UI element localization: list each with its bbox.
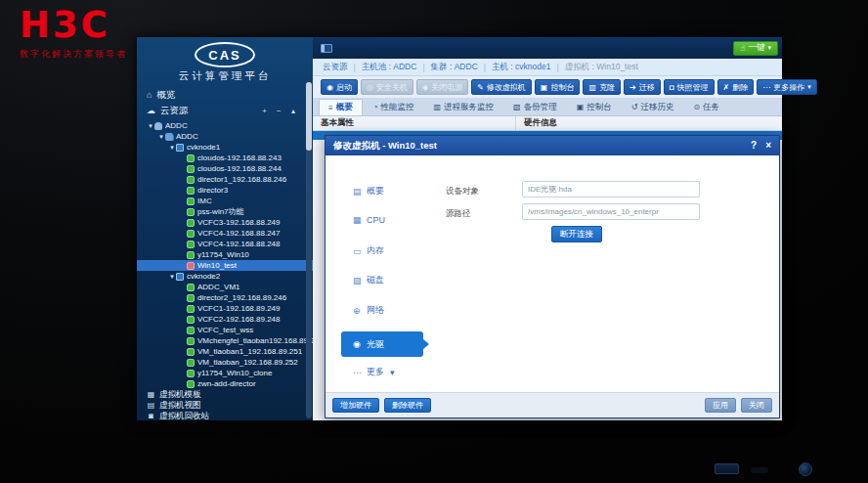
tree-node-cloudos-192-168-88-243[interactable]: cloudos-192.168.88.243 [137, 153, 313, 163]
expand-arrow-icon[interactable]: ▾ [147, 122, 154, 130]
add-hardware-button[interactable]: 增加硬件 [332, 398, 379, 413]
tab-icon: ⊙ [693, 103, 700, 111]
breadcrumb-item[interactable]: 集群 : ADDC [431, 62, 478, 73]
disconnect-button[interactable]: 断开连接 [551, 226, 602, 242]
tree-node-label: director1_192.168.88.246 [197, 175, 286, 184]
tree-node-vcfc4-192-168-88-248[interactable]: VCFC4-192.168.88.248 [137, 239, 313, 249]
关闭电源-button: ◈关闭电源 [416, 79, 468, 95]
tree-node-vcfc2-192-168-89-248[interactable]: VCFC2-192.168.89.248 [137, 314, 313, 325]
更多操作-button[interactable]: ⋯更多操作▾ [757, 79, 817, 95]
tab-label: 迁移历史 [640, 102, 673, 113]
taskbar-keyboard-icon[interactable] [715, 463, 739, 474]
dialog-nav-概要[interactable]: ▤概要 [367, 185, 384, 198]
breadcrumb-item[interactable]: 主机池 : ADDC [362, 62, 417, 73]
tree-node-vmchengfei-tiaoban192-168-89-242[interactable]: VMchengfei_tiaoban192.168.89.242 [137, 335, 313, 346]
dialog-nav-磁盘[interactable]: ▧磁盘 [367, 274, 384, 286]
hardware-info-header: 硬件信息 [516, 116, 557, 130]
tree-node-addc[interactable]: ▾ADDC [137, 120, 313, 131]
dialog-nav-内存[interactable]: ▭内存 [367, 244, 384, 257]
修改虚拟机-button[interactable]: ✎修改虚拟机 [471, 79, 532, 95]
sidebar-scrollbar-thumb[interactable] [306, 82, 312, 151]
cluster-icon [165, 133, 173, 141]
breadcrumb-item[interactable]: 云资源 [323, 62, 348, 73]
tree-node-y11754-win10-clone[interactable]: y11754_Win10_clone [137, 368, 313, 378]
host-icon [176, 273, 184, 281]
tree-node-vcfc3-192-168-88-249[interactable]: VCFC3-192.168.88.249 [137, 217, 313, 228]
sidebar-toggle-icon[interactable] [321, 44, 332, 53]
apply-button[interactable]: 应用 [705, 398, 736, 413]
tree-node-vcfc1-192-168-89-249[interactable]: VCFC1-192.168.89.249 [137, 303, 313, 314]
remove-hardware-button[interactable]: 删除硬件 [384, 398, 431, 413]
tab-任务[interactable]: ⊙任务 [684, 99, 728, 115]
taskbar-item-icon[interactable] [751, 467, 768, 473]
dialog-nav-更多[interactable]: ⋯更多▾ [367, 366, 395, 378]
tree-node-zwn-add-director[interactable]: zwn-add-director [137, 378, 313, 389]
sidebar-item-虚拟机模板[interactable]: ▦虚拟机模板 [137, 389, 313, 400]
expand-arrow-icon[interactable]: ▾ [168, 144, 176, 152]
tree-node-win10-test[interactable]: Win10_test [137, 260, 313, 271]
platform-name: 云计算管理平台 [137, 69, 313, 83]
启动-button[interactable]: ◉启动 [321, 79, 358, 95]
toolbar-icon: ◉ [326, 83, 333, 92]
dialog-header[interactable]: 修改虚拟机 - Win10_test ? × [326, 136, 779, 155]
sidebar-item-cloud-resources[interactable]: ☁ 云资源 + − ▴ [137, 103, 313, 118]
tree-node-imc[interactable]: IMC [137, 196, 313, 206]
tree-node-addc-vm1[interactable]: ADDC_VM1 [137, 282, 313, 292]
dialog-nav-网络[interactable]: ⊕网络 [367, 304, 384, 317]
expand-arrow-icon[interactable]: ▾ [168, 273, 176, 281]
tree-node-y11754-win10[interactable]: y11754_Win10 [137, 249, 313, 260]
sidebar-item-虚拟机回收站[interactable]: ◙虚拟机回收站 [137, 411, 313, 420]
toolbar-icon: ▣ [541, 83, 548, 92]
one-click-button[interactable]: ☝ 一键 ▾ [733, 41, 778, 56]
device-object-field[interactable] [522, 181, 700, 198]
dialog-nav-CPU[interactable]: ▦CPU [367, 215, 385, 225]
tree-node-label: director2_192.168.89.246 [197, 293, 286, 302]
删除-button[interactable]: ✗删除 [717, 79, 755, 95]
tree-expand-collapse-controls[interactable]: + − ▴ [262, 107, 299, 115]
tree-node-cvknode2[interactable]: ▾cvknode2 [137, 271, 313, 282]
vm-on-icon [187, 208, 195, 216]
vm-tree: ▾ADDC▾ADDC▾cvknode1cloudos-192.168.88.24… [137, 120, 313, 389]
vm-on-icon [187, 327, 195, 334]
tree-node-cloudos-192-168-88-244[interactable]: cloudos-192.168.88.244 [137, 163, 313, 174]
breadcrumb-item[interactable]: 虚拟机 : Win10_test [565, 62, 638, 73]
tree-node-pss-win7-[interactable]: pss-win7功能 [137, 206, 313, 217]
tab-备份管理[interactable]: ▧备份管理 [504, 99, 566, 115]
sidebar-menu: ⌂ 概览 ☁ 云资源 + − ▴ [137, 87, 313, 118]
tree-node-cvknode1[interactable]: ▾cvknode1 [137, 142, 313, 153]
help-icon[interactable]: ? [751, 141, 757, 151]
tree-node-vm-tiaoban-192-168-89-252[interactable]: VM_tiaoban_192.168.89.252 [137, 357, 313, 368]
tab-迁移历史[interactable]: ↺迁移历史 [623, 99, 683, 115]
close-icon[interactable]: × [765, 141, 771, 151]
sidebar-item-虚拟机视图[interactable]: ▤虚拟机视图 [137, 400, 313, 411]
sidebar-item-overview[interactable]: ⌂ 概览 [137, 87, 313, 103]
taskbar-browser-icon[interactable] [799, 462, 812, 476]
tree-node-label: VCFC4-192.168.88.247 [197, 229, 281, 238]
tab-概要[interactable]: ≡概要 [319, 99, 363, 115]
dialog-nav-光驱[interactable]: ◉光驱 [341, 331, 423, 357]
迁移-button[interactable]: ➔迁移 [624, 79, 661, 95]
tab-icon: ▥ [434, 103, 442, 111]
控制台-button[interactable]: ▣控制台 [535, 79, 581, 95]
tree-node-director1-192-168-88-246[interactable]: director1_192.168.88.246 [137, 174, 313, 185]
sidebar-scrollbar[interactable] [306, 82, 312, 418]
expand-arrow-icon[interactable]: ▾ [157, 133, 165, 141]
克隆-button[interactable]: ▥克隆 [583, 79, 621, 95]
source-path-field[interactable] [522, 203, 700, 220]
tab-控制台[interactable]: ▣控制台 [568, 99, 621, 115]
tree-node-vm-tiaoban1-192-168-89-251[interactable]: VM_tiaoban1_192.168.89.251 [137, 346, 313, 357]
tree-node-addc[interactable]: ▾ADDC [137, 131, 313, 142]
nav-item-icon: ▦ [353, 215, 362, 225]
tree-node-vcfc4-192-168-88-247[interactable]: VCFC4-192.168.88.247 [137, 228, 313, 239]
cas-window: CAS 云计算管理平台 ⌂ 概览 ☁ 云资源 + − ▴ ▾ADDC▾ADDC▾… [137, 37, 782, 420]
hand-pointer-icon: ☝ [740, 43, 745, 53]
tree-node-vcfc-test-wss[interactable]: VCFC_test_wss [137, 325, 313, 335]
快照管理-button[interactable]: ◘快照管理 [664, 79, 715, 95]
close-button[interactable]: 关闭 [741, 398, 772, 413]
tab-label: 任务 [703, 102, 719, 113]
tab-进程服务监控[interactable]: ▥进程服务监控 [425, 99, 503, 115]
tab-性能监控[interactable]: ◔性能监控 [365, 99, 423, 115]
tree-node-director3[interactable]: director3 [137, 185, 313, 196]
breadcrumb-item[interactable]: 主机 : cvknode1 [492, 62, 550, 73]
tree-node-director2-192-168-89-246[interactable]: director2_192.168.89.246 [137, 292, 313, 303]
